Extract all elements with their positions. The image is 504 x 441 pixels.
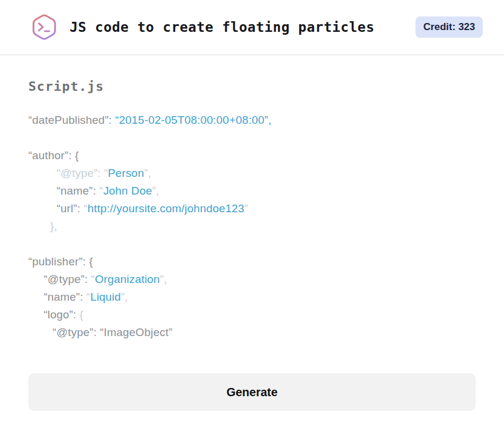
code-line: “name”: “Liquid”, [28, 288, 476, 306]
code-line: “logo”: { [28, 306, 476, 324]
code-line: “@type”: “Person”, [28, 164, 476, 182]
code-segment: “name”: [57, 185, 99, 197]
terminal-hexagon-icon [31, 12, 58, 42]
code-segment: “url”: [57, 202, 84, 215]
code-segment: John Doe [103, 185, 152, 197]
script-filename: Script.js [28, 79, 476, 94]
code-segment: “datePublished”: [28, 114, 115, 126]
code-segment: Organization [95, 273, 160, 285]
app-header: JS code to create floating particles Cre… [0, 0, 504, 55]
code-segment: http://yoursite.com/johndoe123 [87, 202, 244, 215]
code-segment: “name”: [44, 291, 86, 303]
code-blank-line [28, 235, 476, 253]
code-line: “author”: { [28, 147, 476, 164]
code-line: “url”: “http://yoursite.com/johndoe123” [28, 200, 476, 218]
code-segment: “@type”: [44, 273, 91, 285]
code-line: “datePublished”: “2015-02-05T08:00:00+08… [28, 111, 476, 129]
code-segment: { [80, 308, 84, 321]
code-segment: ”, [152, 185, 159, 197]
code-segment: ”, [144, 167, 151, 179]
code-segment: ”, [121, 291, 128, 303]
code-line: “publisher”: { [28, 253, 476, 271]
code-segment: “2015-02-05T08:00:00+08:00”, [115, 114, 271, 126]
code-segment: “logo”: [44, 308, 80, 321]
code-segment: “@type”: “ [57, 167, 108, 179]
generate-button[interactable]: Generate [28, 373, 476, 411]
code-segment: “author”: { [28, 149, 79, 162]
code-segment: ”, [160, 273, 167, 285]
code-segment: Liquid [90, 291, 121, 303]
code-line: “@type”: “ImageObject” [28, 324, 476, 341]
code-segment: “@type”: “ImageObject” [53, 326, 172, 338]
code-segment: ” [244, 202, 248, 215]
code-blank-line [28, 129, 476, 147]
page-title: JS code to create floating particles [70, 19, 375, 35]
code-block: “datePublished”: “2015-02-05T08:00:00+08… [28, 111, 476, 341]
credit-badge: Credit: 323 [415, 17, 483, 38]
code-segment: Person [108, 167, 144, 179]
code-line: “@type”: “Organization”, [28, 271, 476, 288]
code-segment: “publisher”: { [28, 255, 93, 268]
code-line: “name”: “John Doe”, [28, 182, 476, 200]
code-segment: }, [50, 220, 57, 232]
app-logo [31, 12, 58, 42]
main-content: Script.js “datePublished”: “2015-02-05T0… [0, 79, 504, 341]
code-line: }, [28, 218, 476, 235]
